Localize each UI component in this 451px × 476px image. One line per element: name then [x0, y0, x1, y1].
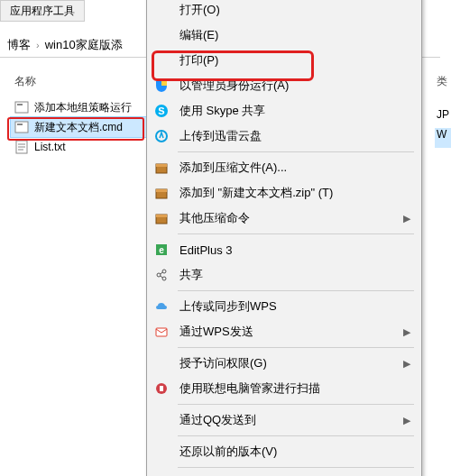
menu-separator	[178, 467, 414, 468]
list-item[interactable]: 添加本地组策略运行	[11, 97, 146, 117]
menu-item-send-to[interactable]: 发送到(N) ▶	[147, 471, 421, 476]
blank-icon	[152, 26, 170, 44]
menu-item-print[interactable]: 打印(P)	[147, 48, 421, 73]
blank-icon	[152, 51, 170, 69]
menu-item-edit[interactable]: 编辑(E)	[147, 23, 421, 48]
menu-separator	[178, 404, 414, 405]
blank-icon	[152, 443, 170, 461]
xunlei-icon	[152, 127, 170, 145]
ribbon-tab-label: 应用程序工具	[10, 5, 75, 17]
file-list: 添加本地组策略运行 新建文本文档.cmd List.txt	[11, 97, 146, 157]
svg-rect-26	[160, 386, 163, 391]
menu-item-editplus[interactable]: e EditPlus 3	[147, 237, 421, 262]
archive-icon	[152, 159, 170, 177]
blank-icon	[152, 411, 170, 429]
menu-item-wps-send[interactable]: 通过WPS发送 ▶	[147, 319, 421, 344]
svg-text:e: e	[159, 245, 164, 255]
chevron-right-icon: ›	[36, 40, 40, 50]
archive-icon	[152, 184, 170, 202]
svg-rect-12	[156, 164, 167, 167]
menu-item-open[interactable]: 打开(O)	[147, 0, 421, 23]
column-header-name[interactable]: 名称	[14, 74, 36, 89]
menu-item-grant-access[interactable]: 授予访问权限(G) ▶	[147, 351, 421, 376]
shield-icon	[152, 77, 170, 95]
menu-item-share[interactable]: 共享	[147, 262, 421, 288]
menu-separator	[178, 435, 414, 436]
share-icon	[152, 266, 170, 284]
menu-item-xunlei-upload[interactable]: 上传到迅雷云盘	[147, 124, 421, 149]
svg-line-22	[161, 272, 163, 274]
text-file-icon	[14, 140, 29, 154]
menu-item-other-archive[interactable]: 其他压缩命令 ▶	[147, 206, 421, 231]
editplus-icon: e	[152, 241, 170, 259]
cmd-file-icon	[14, 100, 29, 114]
menu-separator	[178, 290, 414, 291]
ribbon-tab-app-tools[interactable]: 应用程序工具	[0, 0, 85, 22]
file-name: List.txt	[34, 141, 66, 153]
breadcrumb-part[interactable]: win10家庭版添	[45, 37, 123, 53]
cmd-file-icon	[14, 120, 29, 134]
submenu-arrow-icon: ▶	[403, 415, 414, 426]
column-header-type[interactable]: 类	[437, 74, 449, 89]
menu-item-add-to-named-zip[interactable]: 添加到 "新建文本文档.zip" (T)	[147, 180, 421, 206]
right-column-strip: JP W	[435, 108, 451, 148]
svg-line-23	[161, 276, 163, 278]
menu-item-run-as-admin[interactable]: 以管理员身份运行(A)	[147, 73, 421, 98]
archive-icon	[152, 209, 170, 227]
svg-rect-14	[156, 189, 167, 192]
context-menu: 打开(O) 编辑(E) 打印(P) 以管理员身份运行(A) S 使用 Skype…	[146, 0, 422, 476]
svg-rect-0	[15, 102, 28, 113]
svg-rect-16	[156, 215, 167, 217]
svg-rect-2	[15, 122, 28, 133]
list-item[interactable]: 新建文本文档.cmd	[11, 117, 146, 137]
submenu-arrow-icon: ▶	[403, 358, 414, 370]
submenu-arrow-icon: ▶	[403, 213, 414, 224]
menu-item-add-to-archive[interactable]: 添加到压缩文件(A)...	[147, 155, 421, 180]
menu-item-restore-versions[interactable]: 还原以前的版本(V)	[147, 439, 421, 464]
type-cell: JP	[435, 108, 451, 128]
menu-item-wps-upload[interactable]: 上传或同步到WPS	[147, 294, 421, 319]
cloud-upload-icon	[152, 298, 170, 316]
wps-send-icon	[152, 323, 170, 341]
list-item[interactable]: List.txt	[11, 137, 146, 157]
breadcrumb-part[interactable]: 博客	[7, 37, 31, 53]
file-name: 添加本地组策略运行	[34, 100, 132, 115]
file-name: 新建文本文档.cmd	[34, 120, 123, 135]
blank-icon	[152, 1, 170, 19]
type-cell: W	[435, 128, 451, 148]
menu-separator	[178, 347, 414, 348]
svg-rect-1	[17, 104, 23, 105]
lenovo-icon	[152, 380, 170, 398]
menu-item-lenovo-scan[interactable]: 使用联想电脑管家进行扫描	[147, 376, 421, 401]
menu-separator	[178, 233, 414, 234]
skype-icon: S	[152, 102, 170, 120]
svg-rect-3	[17, 124, 23, 125]
menu-item-qq-send[interactable]: 通过QQ发送到 ▶	[147, 407, 421, 433]
submenu-arrow-icon: ▶	[403, 326, 414, 338]
blank-icon	[152, 354, 170, 372]
svg-text:S: S	[158, 105, 164, 116]
menu-item-skype-share[interactable]: S 使用 Skype 共享	[147, 98, 421, 124]
menu-separator	[178, 151, 414, 152]
